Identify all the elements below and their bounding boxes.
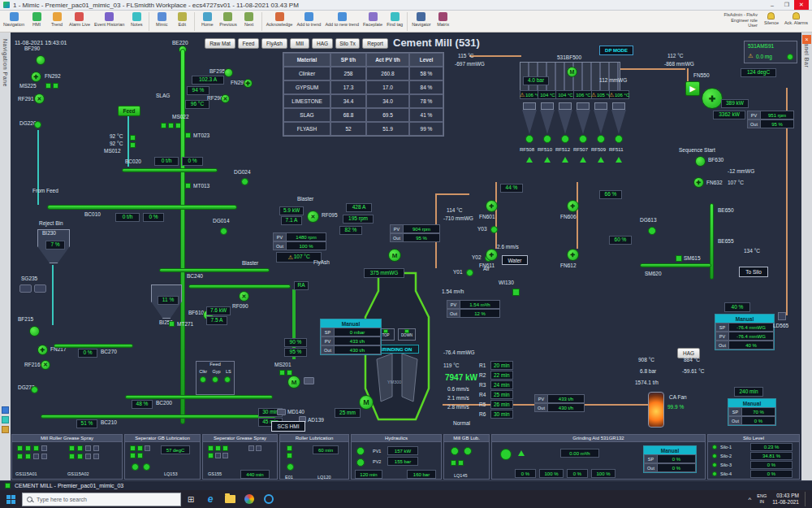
gb-temp-value[interactable]: 57 degC [161,445,190,454]
nav-pane-tool-icon[interactable] [2,406,9,414]
rf095-power-value[interactable]: 5.9 kW [279,206,304,215]
ms012-status-icon[interactable] [130,135,136,141]
table-cell[interactable]: 52 [330,122,366,136]
nav-pane-tool-icon[interactable] [2,416,9,423]
toolbar-button-edit[interactable]: Edit [172,11,192,28]
table-cell[interactable]: 34.4 [330,94,366,108]
water-flow-controller[interactable]: PV1.54 m³/h Out12 % [447,300,500,318]
pump-icon[interactable] [143,463,150,471]
pump-icon[interactable] [464,447,472,455]
mill-motor-icon[interactable]: M [359,395,374,410]
toolbar-button-hmi[interactable]: HMI [27,11,46,28]
bc020-flow-value[interactable]: 0 t/h [154,157,179,166]
taskbar-clock[interactable]: 03:43 PM11-08-2021 [772,493,799,506]
fn611-fan-icon[interactable]: ✚ [486,249,498,261]
ra-tag[interactable]: RA [294,281,309,290]
lub-status-icon[interactable] [287,453,292,458]
y03-valve-icon[interactable] [490,226,498,233]
mill-down-indicator[interactable]: DOWN [398,328,416,341]
silo-tx-button[interactable]: Silo Tx [335,38,360,49]
pump-icon[interactable] [356,447,365,455]
spray-status-icon[interactable] [77,454,83,459]
spray-status-icon[interactable] [25,454,31,459]
bf290-device-icon[interactable] [36,55,45,65]
ga-value[interactable]: 0 % [567,469,588,478]
rf095-rotary-feeder-icon[interactable]: ✕ [307,211,319,223]
silo3-level[interactable]: 0 % [750,461,793,469]
sg235-truck-icon[interactable] [19,284,32,293]
toolbar-button-navigation[interactable]: Navigation [2,11,26,28]
spray-status-icon[interactable] [69,445,75,451]
toolbar-button-trend[interactable]: Trend [47,11,67,28]
spray-status-icon[interactable] [41,454,47,459]
dg613-position-value[interactable]: 60 % [609,236,632,245]
feed-start-button[interactable]: Feed [118,106,140,116]
spray-status-icon[interactable] [41,445,47,451]
toolbar-button-event-historian[interactable]: Event Historian [93,11,126,28]
load-value[interactable]: 95 % [284,348,307,357]
r3-value[interactable]: 24 min [490,380,513,389]
app-shortcut-icon[interactable] [262,493,275,506]
pv2-value[interactable]: 155 bar [387,457,418,466]
dg220-valve-icon[interactable] [34,121,41,128]
pv1-value[interactable]: 157 kW [387,446,418,455]
cyclone-valve-icon[interactable] [615,135,623,143]
bf630-device-icon[interactable] [695,156,706,167]
bi230-level-value[interactable]: 7 % [45,241,65,250]
hag-manual-controller[interactable]: Manual SP70 % Out0 % [728,398,776,426]
cyclone-valve-icon[interactable] [543,135,551,143]
rf216-rotary-feeder-icon[interactable]: ✕ [41,360,50,370]
hag-nav-button[interactable]: HAG [312,38,333,49]
panel-bar-strip[interactable]: Panel Bar [801,33,812,480]
pump-icon[interactable] [287,463,294,471]
r5-value[interactable]: 26 min [490,400,513,409]
mill-pressure-value[interactable]: 375 mmWG [364,268,404,278]
be220-current-value[interactable]: 102.3 A [192,76,224,85]
rf095-current-value[interactable]: 7.1 A [281,216,302,225]
purge-pressure-value[interactable]: 4.0 bar [523,76,549,85]
raw-mat-button[interactable]: Raw Mat [205,38,235,49]
be220-load-value[interactable]: 94 % [187,86,209,95]
cyclone-valve-icon[interactable] [561,135,569,143]
feeder-motor-icon[interactable]: M [287,376,300,389]
bc020-belt-conveyor[interactable] [122,168,218,172]
camera-icon[interactable] [304,377,314,384]
toolbar-button-acknowledge[interactable]: Acknowledge [265,11,295,28]
load-value[interactable]: 90 % [284,338,307,347]
bc200-belt-conveyor[interactable] [125,395,273,399]
sm615-status-icon[interactable] [676,255,682,262]
lub-timer-value[interactable]: 60 min [313,445,339,454]
edge-icon[interactable]: e [204,493,217,506]
bc210-belt-conveyor[interactable] [41,415,276,419]
spray-status-icon[interactable] [215,445,221,451]
load-value[interactable]: 44 % [500,184,523,193]
spray-status-icon[interactable] [77,445,83,451]
damper-value[interactable]: 40 % [724,302,750,312]
spray-status-icon[interactable] [25,445,31,451]
dg024-valve-icon[interactable] [241,178,248,185]
bi250-level-value[interactable]: 11 % [158,296,179,305]
mt271-status-icon[interactable] [169,321,175,327]
file-explorer-icon[interactable] [223,493,236,506]
dg272-valve-icon[interactable] [31,386,38,393]
ack-alarms-button[interactable]: Ack. Alarms [782,11,810,26]
temp-value[interactable]: 96 °C [185,100,209,109]
tray-chevron-icon[interactable]: ^ [749,496,752,503]
toolbar-button-add-to-new-trend[interactable]: Add to new trend [323,11,361,28]
ga-value[interactable]: 0 % [515,469,536,478]
cyclone-valve-icon[interactable] [579,135,587,143]
ld565-device-icon[interactable] [778,312,786,320]
panel-close-icon[interactable]: × [802,35,811,44]
spray-status-icon[interactable] [93,445,99,451]
close-button[interactable]: ✕ [794,0,809,10]
rf090-power-value[interactable]: 7.6 kW [206,306,231,315]
lub-status-icon[interactable] [137,453,143,458]
fn297-fan-icon[interactable]: ✚ [244,79,253,88]
toolbar-button-faceplate[interactable]: Faceplate [361,11,384,28]
rf090-current-value[interactable]: 7.5 A [206,316,227,325]
cyclone-valve-icon[interactable] [597,135,605,143]
dp-mode-button[interactable]: DP MODE [599,46,633,55]
r4-value[interactable]: 25 min [490,390,513,399]
spray-status-icon[interactable] [208,445,214,451]
ms022-status-icon[interactable] [175,123,181,128]
